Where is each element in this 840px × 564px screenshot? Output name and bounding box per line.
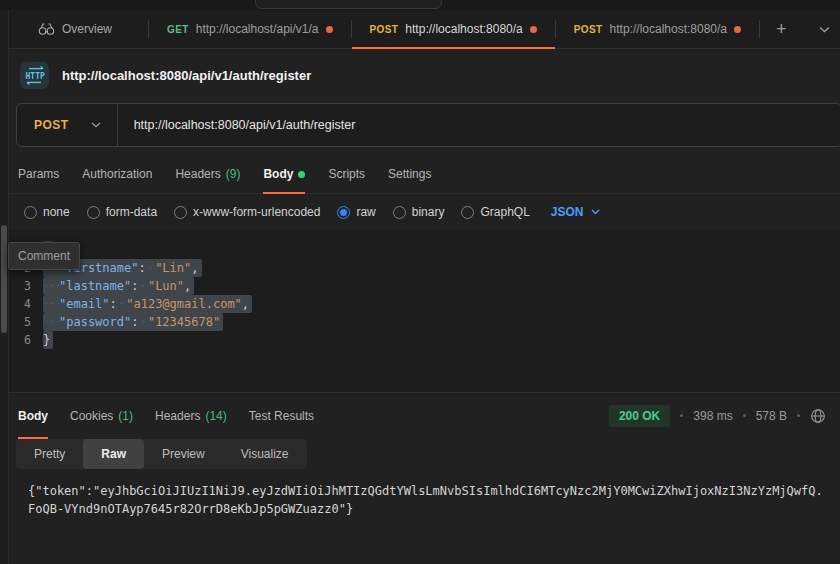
- tab-label: Settings: [388, 167, 431, 181]
- tab-response-cookies[interactable]: Cookies (1): [70, 393, 133, 438]
- tab-url-label: http://localhost/api/v1/a: [196, 22, 319, 36]
- tab-label: Headers: [155, 409, 200, 423]
- language-label: JSON: [551, 205, 584, 219]
- body-mode-row: none form-data x-www-form-urlencoded raw…: [0, 194, 840, 230]
- tab-authorization[interactable]: Authorization: [82, 155, 152, 193]
- json-value: "Lun": [148, 277, 184, 295]
- code-text: }: [43, 331, 50, 349]
- tab-label: Scripts: [328, 167, 365, 181]
- tab-overview[interactable]: Overview: [8, 10, 148, 48]
- punct: :: [131, 313, 138, 331]
- left-scrollbar-thumb[interactable]: [1, 225, 7, 333]
- tab-count: (9): [226, 167, 241, 181]
- tab-method-label: POST: [574, 24, 603, 35]
- mode-x-www-form-urlencoded[interactable]: x-www-form-urlencoded: [174, 205, 320, 219]
- response-meta: 200 OK 398 ms 578 B: [609, 405, 826, 427]
- code-line: 3 ···· "lastname": · "Lun",: [0, 277, 840, 295]
- whitespace-dot: ·: [138, 277, 147, 295]
- tab-params[interactable]: Params: [18, 155, 59, 193]
- json-key: "email": [59, 295, 110, 313]
- radio-icon: [393, 206, 406, 219]
- http-request-icon: HTTP: [20, 62, 49, 89]
- tab-count: (14): [205, 409, 226, 423]
- tab-url-label: http://localhost:8080/a: [610, 22, 727, 36]
- code-line: 2 ···· "firstname": · "Lin",: [0, 259, 840, 277]
- mode-label: binary: [412, 205, 445, 219]
- separator-dot: [743, 414, 746, 417]
- whitespace-dots: ····: [43, 277, 59, 295]
- url-bar: POST http://localhost:8080/api/v1/auth/r…: [16, 103, 840, 147]
- tab-settings[interactable]: Settings: [388, 155, 431, 193]
- body-has-content-dot: [298, 171, 305, 178]
- tab-label: Cookies: [70, 409, 113, 423]
- response-view-row: Pretty Raw Preview Visualize: [0, 438, 840, 469]
- radio-checked-icon: [337, 206, 350, 219]
- response-body-line: {"token":"eyJhbGciOiJIUzI1NiJ9.eyJzdWIiO…: [28, 482, 826, 500]
- request-tab-bar: Overview GET http://localhost/api/v1/a P…: [0, 10, 840, 49]
- url-input[interactable]: http://localhost:8080/api/v1/auth/regist…: [118, 118, 356, 132]
- tab-scripts[interactable]: Scripts: [328, 155, 365, 193]
- unsaved-changes-dot: [734, 26, 741, 33]
- view-visualize[interactable]: Visualize: [223, 439, 307, 469]
- mode-form-data[interactable]: form-data: [87, 205, 157, 219]
- tab-method-label: GET: [167, 24, 189, 35]
- response-view-switcher: Pretty Raw Preview Visualize: [16, 439, 307, 469]
- body-code-editor[interactable]: 1 { 2 ···· "firstname": · "Lin", 3 ···· …: [0, 230, 840, 392]
- mode-label: GraphQL: [480, 205, 529, 219]
- json-key: "password": [59, 313, 131, 331]
- punct: :: [131, 277, 138, 295]
- whitespace-dots: ····: [43, 313, 59, 331]
- tab-request-get[interactable]: GET http://localhost/api/v1/a: [149, 10, 351, 48]
- view-pretty[interactable]: Pretty: [16, 439, 83, 469]
- chevron-down-icon[interactable]: [803, 26, 840, 33]
- punct: ,: [184, 277, 191, 295]
- status-badge[interactable]: 200 OK: [609, 405, 670, 427]
- punct: ,: [242, 295, 249, 313]
- view-raw[interactable]: Raw: [83, 439, 144, 469]
- tab-label: Headers: [175, 167, 220, 181]
- json-key: "lastname": [59, 277, 131, 295]
- tab-label: Authorization: [82, 167, 152, 181]
- response-section-tabs: Body Cookies (1) Headers (14) Test Resul…: [0, 393, 840, 438]
- tab-headers[interactable]: Headers (9): [175, 155, 240, 193]
- tab-count: (1): [118, 409, 133, 423]
- mode-label: x-www-form-urlencoded: [193, 205, 320, 219]
- mode-graphql[interactable]: GraphQL: [461, 205, 529, 219]
- tab-test-results[interactable]: Test Results: [249, 393, 314, 438]
- radio-icon: [24, 206, 37, 219]
- mode-none[interactable]: none: [24, 205, 70, 219]
- chevron-down-icon[interactable]: [91, 122, 117, 128]
- mode-raw[interactable]: raw: [337, 205, 375, 219]
- whitespace-dot: ·: [138, 313, 147, 331]
- search-bar-sliver[interactable]: [255, 0, 442, 9]
- api-client-window: Overview GET http://localhost/api/v1/a P…: [0, 0, 840, 564]
- separator-dot: [797, 414, 800, 417]
- whitespace-dot: ·: [117, 295, 126, 313]
- tab-body[interactable]: Body: [263, 155, 305, 193]
- add-tab-button[interactable]: +: [760, 20, 803, 38]
- binoculars-icon: [38, 22, 55, 36]
- whitespace-dots: ····: [43, 295, 59, 313]
- response-size: 578 B: [756, 409, 787, 423]
- request-title-row: HTTP http://localhost:8080/api/v1/auth/r…: [0, 49, 840, 101]
- comment-tooltip: Comment: [8, 242, 80, 270]
- tab-request-post-2[interactable]: POST http://localhost:8080/a: [556, 10, 759, 48]
- method-selector[interactable]: POST: [17, 118, 91, 132]
- response-body[interactable]: {"token":"eyJhbGciOiJIUzI1NiJ9.eyJzdWIiO…: [0, 469, 840, 518]
- globe-icon[interactable]: [810, 408, 826, 424]
- language-selector[interactable]: JSON: [551, 205, 600, 219]
- code-line: 6 }: [0, 331, 840, 349]
- request-title: http://localhost:8080/api/v1/auth/regist…: [62, 68, 311, 83]
- punct: :: [110, 295, 117, 313]
- punct: :: [138, 259, 145, 277]
- tab-label: Params: [18, 167, 59, 181]
- chevron-down-icon: [591, 209, 600, 215]
- tab-response-headers[interactable]: Headers (14): [155, 393, 227, 438]
- unsaved-changes-dot: [326, 26, 333, 33]
- tab-request-post-active[interactable]: POST http://localhost:8080/a: [352, 10, 555, 48]
- tab-response-body[interactable]: Body: [18, 393, 48, 438]
- radio-icon: [174, 206, 187, 219]
- mode-binary[interactable]: binary: [393, 205, 445, 219]
- view-preview[interactable]: Preview: [144, 439, 223, 469]
- left-panel-sliver: [0, 10, 9, 564]
